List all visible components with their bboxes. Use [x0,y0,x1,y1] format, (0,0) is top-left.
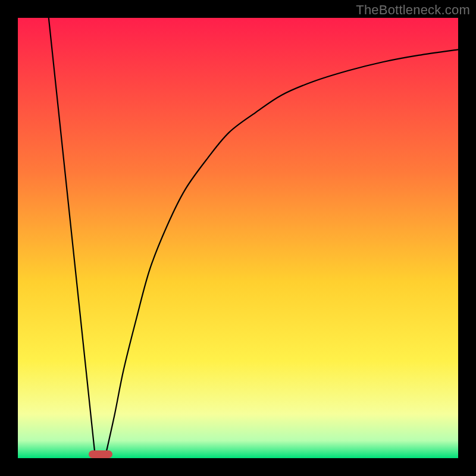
plot-area [18,18,458,458]
left-line [49,18,95,454]
bottleneck-marker [89,450,113,458]
curve-layer [18,18,458,458]
chart-frame: TheBottleneck.com [0,0,476,476]
watermark-text: TheBottleneck.com [356,2,470,18]
right-curve [106,49,458,453]
